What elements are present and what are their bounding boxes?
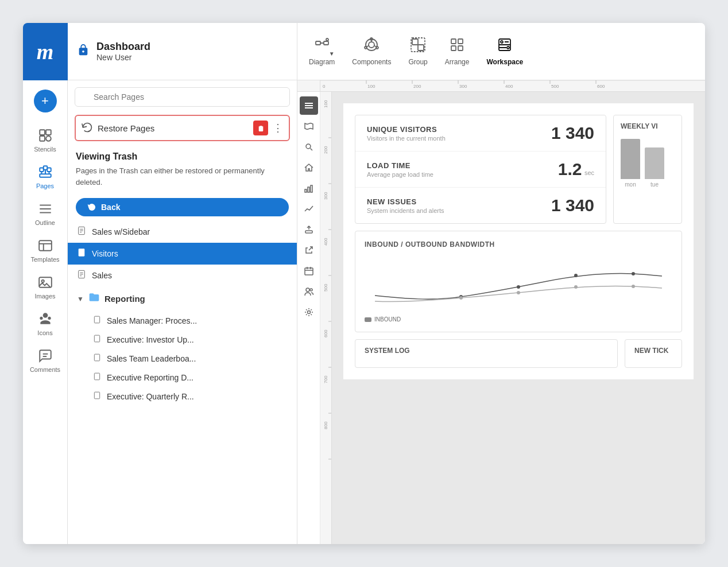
svg-point-112 [459, 296, 463, 300]
bandwidth-card: INBOUND / OUTBOUND BANDWIDTH [355, 231, 682, 332]
page-label-sales-team: Sales Team Leaderboa... [107, 354, 196, 363]
hamburger-button[interactable] [300, 96, 318, 115]
svg-point-44 [365, 46, 367, 49]
dashboard-content: UNIQUE VISITORS Visitors in the current … [343, 103, 694, 379]
page-item-sales-sidebar[interactable]: Sales w/Sidebar [68, 221, 297, 243]
svg-rect-6 [47, 168, 51, 172]
top-toolbar: ▼ Diagram [297, 23, 705, 80]
svg-rect-31 [94, 335, 99, 342]
svg-rect-48 [412, 39, 418, 45]
sidebar-item-icons[interactable]: Icons [23, 305, 67, 342]
upload-button[interactable] [300, 220, 318, 239]
sidebar-item-outline[interactable]: Outline [23, 195, 67, 232]
svg-rect-49 [418, 45, 424, 51]
restore-more-button[interactable]: ⋮ [273, 123, 283, 133]
restore-pages-box[interactable]: Restore Pages ⋮ [75, 115, 290, 141]
logo-area: m [23, 23, 68, 80]
logo: m [37, 39, 54, 64]
icons-icon [37, 311, 53, 327]
diagram-dropdown-icon: ▼ [329, 51, 335, 57]
page-item-sales-manager[interactable]: Sales Manager: Proces... [68, 311, 297, 330]
folder-icon [88, 292, 100, 306]
delete-restore-button[interactable] [253, 121, 268, 135]
system-log-title: SYSTEM LOG [365, 347, 608, 355]
search-input[interactable] [75, 87, 290, 107]
svg-text:100: 100 [323, 100, 328, 108]
new-tick-card: NEW TICK [625, 339, 682, 368]
page-label-sales: Sales [92, 271, 112, 280]
svg-rect-35 [316, 41, 320, 45]
calendar-button[interactable] [300, 262, 318, 280]
svg-point-90 [307, 311, 310, 314]
system-log-card: SYSTEM LOG [355, 339, 618, 368]
svg-rect-0 [40, 130, 45, 135]
metric-info-unique: UNIQUE VISITORS Visitors in the current … [367, 125, 446, 142]
svg-text:200: 200 [323, 146, 328, 154]
toolbar-group[interactable]: Group [408, 37, 427, 66]
sidebar-item-stencils[interactable]: Stencils [23, 122, 67, 158]
svg-point-59 [507, 46, 509, 49]
svg-rect-84 [305, 268, 313, 275]
svg-rect-77 [305, 107, 313, 108]
weekly-chart-card: WEEKLY VI mon tue [613, 115, 682, 224]
page-item-executive-reporting[interactable]: Executive Reporting D... [68, 368, 297, 387]
sidebar-item-templates[interactable]: Templates [23, 232, 67, 269]
folder-label-reporting: Reporting [104, 294, 145, 304]
svg-point-18 [41, 280, 44, 282]
sidebar-item-images[interactable]: Images [23, 269, 67, 305]
users-button[interactable] [300, 282, 318, 301]
chart-button[interactable] [300, 179, 318, 197]
metric-info-issues: NEW ISSUES System incidents and alerts [367, 197, 444, 214]
page-item-executive-investor[interactable]: Executive: Investor Up... [68, 330, 297, 349]
page-item-sales[interactable]: Sales [68, 265, 297, 286]
sidebar-item-comments[interactable]: Comments [23, 342, 67, 379]
export-button[interactable] [300, 241, 318, 259]
settings-button[interactable] [300, 303, 318, 321]
new-issues-label: NEW ISSUES [367, 197, 444, 206]
ruler-marks: 0 100 200 300 400 500 600 [320, 80, 705, 91]
diagram-icon-wrap: ▼ [314, 37, 330, 55]
metric-info-load: LOAD TIME Average page load time [367, 161, 433, 178]
outline-icon [37, 201, 53, 217]
add-button[interactable]: + [34, 90, 57, 112]
page-item-executive-quarterly[interactable]: Executive: Quarterly R... [68, 387, 297, 406]
page-label-executive-quarterly: Executive: Quarterly R... [107, 392, 194, 401]
bandwidth-title: INBOUND / OUTBOUND BANDWIDTH [365, 240, 672, 248]
svg-rect-25 [79, 248, 85, 256]
toolbar-diagram[interactable]: ▼ Diagram [309, 37, 335, 66]
toolbar-arrange[interactable]: Arrange [445, 37, 470, 66]
trendline-button[interactable] [300, 200, 318, 218]
group-icon [410, 37, 426, 53]
search-tool-button[interactable] [300, 138, 318, 156]
sidebar-item-templates-label: Templates [30, 256, 59, 263]
bandwidth-legend: INBOUND [365, 316, 672, 323]
trendline-icon [304, 204, 313, 213]
canvas-scroll[interactable]: UNIQUE VISITORS Visitors in the current … [332, 92, 705, 544]
bar-chart: mon tue [621, 136, 675, 188]
sidebar-item-pages[interactable]: Pages [23, 158, 67, 195]
restore-pages-left: Restore Pages [82, 122, 154, 135]
svg-point-43 [376, 46, 378, 49]
group-label: Group [408, 58, 427, 66]
page-item-visitors[interactable]: Visitors [68, 243, 297, 265]
comments-icon [37, 348, 53, 364]
calendar-icon [304, 266, 313, 275]
sidebar-item-comments-label: Comments [30, 366, 60, 373]
bar-mon-label: mon [625, 181, 636, 188]
svg-point-89 [310, 289, 312, 291]
svg-rect-32 [94, 354, 99, 361]
unique-visitors-value: 1 340 [551, 123, 594, 142]
home-button[interactable] [300, 158, 318, 177]
back-button[interactable]: Back [76, 198, 289, 216]
folder-item-reporting[interactable]: ▼ Reporting [68, 286, 297, 311]
svg-rect-51 [451, 39, 456, 44]
page-item-sales-team[interactable]: Sales Team Leaderboa... [68, 349, 297, 368]
sidebar-item-icons-label: Icons [37, 329, 52, 336]
metric-load-time: LOAD TIME Average page load time 1.2 sec [355, 152, 606, 188]
toolbar-workspace[interactable]: Workspace [486, 37, 523, 66]
viewing-trash: Viewing Trash Pages in the Trash can eit… [68, 146, 297, 192]
toolbar-components[interactable]: Components [352, 37, 391, 66]
map-button[interactable] [300, 117, 318, 135]
restore-pages-label: Restore Pages [98, 123, 154, 133]
workspace-icon [497, 37, 513, 53]
